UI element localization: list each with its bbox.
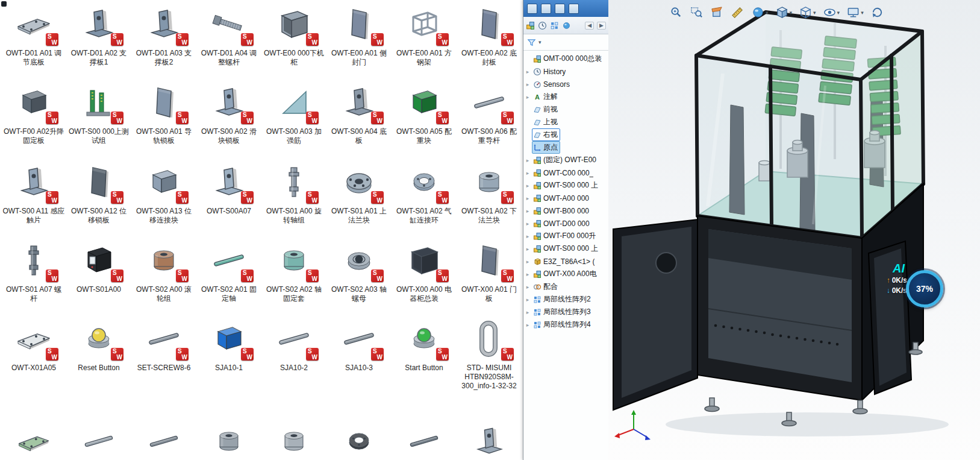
tree-item[interactable]: ▸ E3Z_T86A<1> ( bbox=[523, 255, 608, 268]
file-item[interactable]: SW OWT-E00 000下机柜 bbox=[261, 0, 326, 78]
expander-icon[interactable]: ▸ bbox=[523, 259, 532, 265]
file-item[interactable]: SW OWT-S00 A02 滑块锁板 bbox=[196, 78, 261, 158]
usage-percent-badge[interactable]: 37% bbox=[906, 270, 943, 307]
file-item[interactable] bbox=[131, 418, 196, 460]
configuration-manager-tab-icon[interactable] bbox=[550, 21, 559, 30]
tab-scroll-left-button[interactable]: ◀ bbox=[585, 22, 594, 30]
file-item[interactable]: SW OWT-S01 A00 旋转轴组 bbox=[261, 158, 326, 236]
command-icon[interactable] bbox=[527, 4, 537, 14]
expander-icon[interactable]: ▸ bbox=[523, 309, 532, 315]
tree-item[interactable]: ▸ OWT-D00 000 bbox=[523, 217, 608, 230]
dropdown-caret-icon[interactable]: ▾ bbox=[837, 10, 840, 16]
expander-icon[interactable]: ▸ bbox=[523, 157, 532, 163]
tree-item[interactable]: ▸ (固定) OWT-E00 bbox=[523, 154, 608, 166]
expander-icon[interactable]: ▸ bbox=[523, 195, 532, 201]
file-item[interactable]: SW OWT-D01 A01 调节底板 bbox=[1, 0, 66, 78]
expander-icon[interactable]: ▸ bbox=[523, 183, 532, 189]
file-item[interactable] bbox=[457, 418, 522, 460]
file-item[interactable]: SW OWT-X00 A00 电器柜总装 bbox=[392, 236, 457, 315]
file-item[interactable]: SW OWT-S02 A02 轴固定套 bbox=[261, 236, 326, 315]
dropdown-caret-icon[interactable]: ▾ bbox=[790, 10, 793, 16]
file-item[interactable]: SW OWT-S02 A00 滚轮组 bbox=[131, 236, 196, 315]
tree-item[interactable]: ▸ 局部线性阵列3 bbox=[523, 306, 608, 318]
view-orientation-icon[interactable]: ▾ bbox=[775, 5, 793, 20]
viewport[interactable]: ▾ ▾ ▾ ▾ ▾ bbox=[608, 0, 980, 460]
expander-icon[interactable]: ▸ bbox=[523, 233, 532, 239]
tree-item[interactable]: ▸ History bbox=[523, 65, 608, 78]
tree-item[interactable]: 前视 bbox=[523, 103, 608, 116]
file-item[interactable]: SW OWT-D01 A02 支撑板1 bbox=[66, 0, 131, 78]
display-manager-tab-icon[interactable] bbox=[562, 21, 571, 30]
file-item[interactable]: SW Reset Button bbox=[66, 315, 131, 418]
dropdown-caret-icon[interactable]: ▾ bbox=[861, 10, 864, 16]
3d-model-machine[interactable] bbox=[608, 7, 980, 460]
feature-manager-tab-icon[interactable] bbox=[526, 21, 535, 30]
expander-icon[interactable]: ▸ bbox=[523, 69, 532, 75]
command-icon[interactable] bbox=[541, 4, 551, 14]
file-item[interactable]: SW SJA10-2 bbox=[261, 315, 326, 418]
tree-item[interactable]: ▸ OWT-S00 000 上 bbox=[523, 242, 608, 255]
expander-icon[interactable]: ▸ bbox=[523, 208, 532, 214]
file-item[interactable]: SW OWT-E00 A01 侧封门 bbox=[326, 0, 392, 78]
file-item[interactable]: SW OWT-E00 A01 方钢架 bbox=[392, 0, 457, 78]
file-item[interactable]: SW OWT-S00 A11 感应触片 bbox=[1, 158, 66, 236]
file-item[interactable]: SW OWT-S00 A03 加强筋 bbox=[261, 78, 326, 158]
tree-item[interactable]: 上视 bbox=[523, 116, 608, 128]
file-item[interactable]: SW OWT-S00 000上测试组 bbox=[66, 78, 131, 158]
file-item[interactable]: SW OWT-S01 A02 下法兰块 bbox=[457, 158, 522, 236]
tree-item[interactable]: 右视 bbox=[523, 128, 608, 141]
zoom-area-icon[interactable] bbox=[689, 5, 704, 20]
tree-item[interactable]: ▸ 局部线性阵列4 bbox=[523, 318, 608, 331]
expander-icon[interactable]: ▸ bbox=[523, 271, 532, 277]
dropdown-caret-icon[interactable]: ▾ bbox=[813, 10, 816, 16]
measure-icon[interactable] bbox=[730, 5, 745, 20]
expander-icon[interactable]: ▸ bbox=[523, 170, 532, 176]
file-item[interactable] bbox=[1, 418, 66, 460]
file-item[interactable]: SW SJA10-1 bbox=[196, 315, 261, 418]
property-manager-tab-icon[interactable] bbox=[538, 21, 547, 30]
file-item[interactable]: SW OWT-S02 A03 轴螺母 bbox=[326, 236, 392, 315]
file-item[interactable]: SW OWT-S00 A05 配重块 bbox=[392, 78, 457, 158]
tree-item[interactable]: ▸ 局部线性阵列2 bbox=[523, 293, 608, 306]
tree-item[interactable]: ▸ 配合 bbox=[523, 280, 608, 293]
section-view-icon[interactable] bbox=[710, 5, 725, 20]
dropdown-caret-icon[interactable]: ▾ bbox=[766, 10, 769, 16]
tree-item[interactable]: 原点 bbox=[523, 141, 608, 154]
file-item[interactable]: SW Start Button bbox=[392, 315, 457, 418]
tree-item[interactable]: ▸ OWT-B00 000 bbox=[523, 204, 608, 217]
tree-item[interactable]: ▸ 注解 bbox=[523, 90, 608, 103]
file-item[interactable]: SW STD- MISUMI HTBN920S8M-300_info-1-32-… bbox=[457, 315, 522, 418]
file-item[interactable]: SW OWT-D01 A03 支撑板2 bbox=[131, 0, 196, 78]
file-item[interactable]: SW OWT-S00 A06 配重导杆 bbox=[457, 78, 522, 158]
file-item[interactable]: SW OWT-E00 A02 底封板 bbox=[457, 0, 522, 78]
file-item[interactable]: SW OWT-S00 A13 位移连接块 bbox=[131, 158, 196, 236]
hide-show-icon[interactable]: ▾ bbox=[822, 5, 841, 20]
file-item[interactable]: SW OWT-X00 A01 门板 bbox=[457, 236, 522, 315]
file-item[interactable]: SW OWT-S00 A01 导轨锁板 bbox=[131, 78, 196, 158]
file-item[interactable] bbox=[261, 418, 326, 460]
file-item[interactable]: SW OWT-S02 A01 固定轴 bbox=[196, 236, 261, 315]
filter-funnel-icon[interactable] bbox=[527, 38, 536, 47]
file-item[interactable]: SW OWT-S01 A01 上法兰块 bbox=[326, 158, 392, 236]
file-item[interactable]: SW OWT-S00A07 bbox=[196, 158, 261, 236]
tab-scroll-right-button[interactable]: ▶ bbox=[597, 22, 606, 30]
file-item[interactable]: SW OWT-S01 A07 螺杆 bbox=[1, 236, 66, 315]
file-item[interactable] bbox=[196, 418, 261, 460]
file-item[interactable] bbox=[326, 418, 392, 460]
zoom-fit-icon[interactable] bbox=[669, 5, 684, 20]
expander-icon[interactable]: ▸ bbox=[523, 246, 532, 252]
tree-item[interactable]: ▸ OWT-F00 000升 bbox=[523, 230, 608, 242]
file-item[interactable]: SW OWT-S00 A12 位移锁板 bbox=[66, 158, 131, 236]
appearance-icon[interactable]: ▾ bbox=[751, 5, 769, 20]
command-icon[interactable] bbox=[569, 4, 579, 14]
file-item[interactable]: SW OWT-F00 A02升降固定板 bbox=[1, 78, 66, 158]
file-item[interactable]: SW SET-SCREW8-6 bbox=[131, 315, 196, 418]
filter-caret-icon[interactable]: ▾ bbox=[538, 39, 541, 45]
expander-icon[interactable]: ▸ bbox=[523, 284, 532, 290]
file-item[interactable]: SW OWT-S01 A02 气缸连接环 bbox=[392, 158, 457, 236]
tree-item[interactable]: ▸ OWT-S00 000 上 bbox=[523, 179, 608, 192]
file-item[interactable]: SW SJA10-3 bbox=[326, 315, 392, 418]
command-icon[interactable] bbox=[555, 4, 565, 14]
expander-icon[interactable]: ▸ bbox=[523, 297, 532, 303]
expander-icon[interactable]: ▸ bbox=[523, 94, 532, 100]
